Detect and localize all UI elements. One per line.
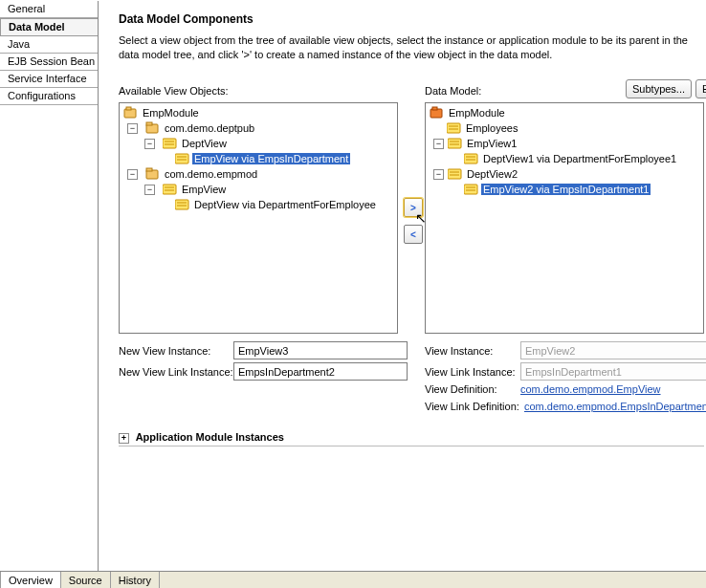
help-text: Select a view object from the tree of av… bbox=[119, 33, 693, 62]
module-icon bbox=[430, 106, 444, 120]
tree-twisty[interactable]: − bbox=[144, 139, 155, 149]
bottom-tabs: Overview Source History bbox=[0, 571, 706, 588]
tree-twisty[interactable]: − bbox=[127, 169, 138, 180]
view-link-definition-link[interactable]: com.demo.empmod.EmpsInDepartment bbox=[524, 401, 706, 412]
tree-label: EmpView via EmpsInDepartment bbox=[192, 153, 350, 164]
tree-label: EmpView2 via EmpsInDepartment1 bbox=[481, 184, 651, 195]
sidebar: General Data Model Java EJB Session Bean… bbox=[0, 1, 98, 572]
tree-twisty[interactable]: − bbox=[433, 169, 444, 180]
tree-node-view[interactable]: − EmpView1 bbox=[426, 136, 703, 151]
tree-label: DeptView1 via DepartmentForEmployee1 bbox=[481, 153, 678, 164]
view-icon bbox=[175, 198, 189, 211]
app-module-instances-section: + Application Module Instances bbox=[119, 431, 704, 452]
tree-node-root[interactable]: EmpModule bbox=[120, 105, 397, 120]
view-icon bbox=[163, 137, 177, 150]
tree-node-viewlink[interactable]: DeptView via DepartmentForEmployee bbox=[120, 197, 397, 212]
sidebar-item-service-interface[interactable]: Service Interface bbox=[0, 71, 98, 88]
new-view-instance-label: New View Instance: bbox=[119, 345, 233, 357]
available-tree[interactable]: EmpModule − com.demo.deptpub − bbox=[119, 102, 398, 334]
remove-button[interactable]: < bbox=[404, 225, 423, 244]
tree-label: DeptView via DepartmentForEmployee bbox=[192, 199, 378, 210]
tab-history[interactable]: History bbox=[110, 572, 160, 588]
tree-twisty[interactable]: − bbox=[144, 185, 155, 195]
new-view-link-label: New View Link Instance: bbox=[119, 366, 233, 378]
view-icon bbox=[447, 121, 461, 135]
tree-label: com.demo.empmod bbox=[163, 168, 259, 180]
tree-node-viewlink[interactable]: EmpView via EmpsInDepartment bbox=[120, 151, 397, 166]
package-icon bbox=[145, 121, 160, 135]
view-instance-label: View Instance: bbox=[425, 345, 520, 357]
new-view-link-input[interactable] bbox=[233, 362, 408, 381]
tree-label: EmpModule bbox=[141, 107, 201, 119]
add-button[interactable]: > bbox=[404, 198, 423, 217]
view-instance-value: EmpView2 bbox=[520, 341, 706, 359]
sidebar-item-java[interactable]: Java bbox=[0, 36, 98, 54]
view-definition-label: View Definition: bbox=[425, 383, 520, 395]
view-link-definition-label: View Link Definition: bbox=[425, 401, 524, 412]
tree-node-view[interactable]: − DeptView2 bbox=[426, 166, 703, 182]
tree-label: EmpView1 bbox=[465, 138, 518, 149]
available-label: Available View Objects: bbox=[119, 85, 229, 97]
subtypes-button[interactable]: Subtypes... bbox=[626, 79, 692, 98]
tree-node-view[interactable]: Employees bbox=[426, 120, 703, 136]
view-icon bbox=[448, 137, 462, 150]
module-icon bbox=[123, 106, 138, 120]
view-icon bbox=[163, 183, 177, 196]
tree-label: DeptView bbox=[180, 138, 229, 149]
sidebar-item-data-model[interactable]: Data Model bbox=[0, 18, 98, 36]
tree-twisty[interactable]: − bbox=[433, 139, 444, 149]
data-model-tree[interactable]: EmpModule Employees − EmpView1 bbox=[425, 102, 704, 334]
tree-twisty[interactable]: − bbox=[127, 123, 138, 134]
tree-label: Employees bbox=[464, 122, 519, 134]
sidebar-item-ejb-session-bean[interactable]: EJB Session Bean bbox=[0, 54, 98, 71]
view-link-instance-value: EmpsInDepartment1 bbox=[520, 362, 706, 381]
section-title: Application Module Instances bbox=[136, 431, 284, 443]
tree-node-viewlink[interactable]: EmpView2 via EmpsInDepartment1 bbox=[426, 182, 703, 197]
view-definition-link[interactable]: com.demo.empmod.EmpView bbox=[520, 383, 661, 395]
edit-button[interactable]: Edit... bbox=[695, 79, 706, 98]
splitter[interactable] bbox=[98, 1, 99, 572]
sidebar-item-configurations[interactable]: Configurations bbox=[0, 88, 98, 105]
view-link-instance-label: View Link Instance: bbox=[425, 366, 520, 378]
tree-node-pkg[interactable]: − com.demo.deptpub bbox=[120, 120, 397, 136]
data-model-label: Data Model: bbox=[425, 85, 481, 97]
tree-node-view[interactable]: − EmpView bbox=[120, 182, 397, 197]
view-icon bbox=[464, 183, 478, 196]
view-icon bbox=[175, 152, 189, 165]
tree-label: DeptView2 bbox=[465, 168, 519, 180]
tree-node-viewlink[interactable]: DeptView1 via DepartmentForEmployee1 bbox=[426, 151, 703, 166]
sidebar-item-general[interactable]: General bbox=[0, 1, 98, 18]
package-icon bbox=[145, 167, 160, 181]
page-title: Data Model Components bbox=[119, 12, 704, 26]
tree-node-pkg[interactable]: − com.demo.empmod bbox=[120, 166, 397, 182]
tree-label: EmpView bbox=[180, 184, 228, 195]
tree-label: EmpModule bbox=[447, 107, 507, 119]
new-view-instance-input[interactable] bbox=[233, 341, 408, 359]
section-expand-icon[interactable]: + bbox=[119, 433, 129, 444]
view-icon bbox=[448, 167, 462, 181]
view-icon bbox=[464, 152, 478, 165]
tree-node-root[interactable]: EmpModule bbox=[426, 105, 703, 120]
tree-node-view[interactable]: − DeptView bbox=[120, 136, 397, 151]
tree-label: com.demo.deptpub bbox=[163, 122, 256, 134]
tab-source[interactable]: Source bbox=[60, 572, 111, 588]
tab-overview[interactable]: Overview bbox=[0, 572, 61, 588]
